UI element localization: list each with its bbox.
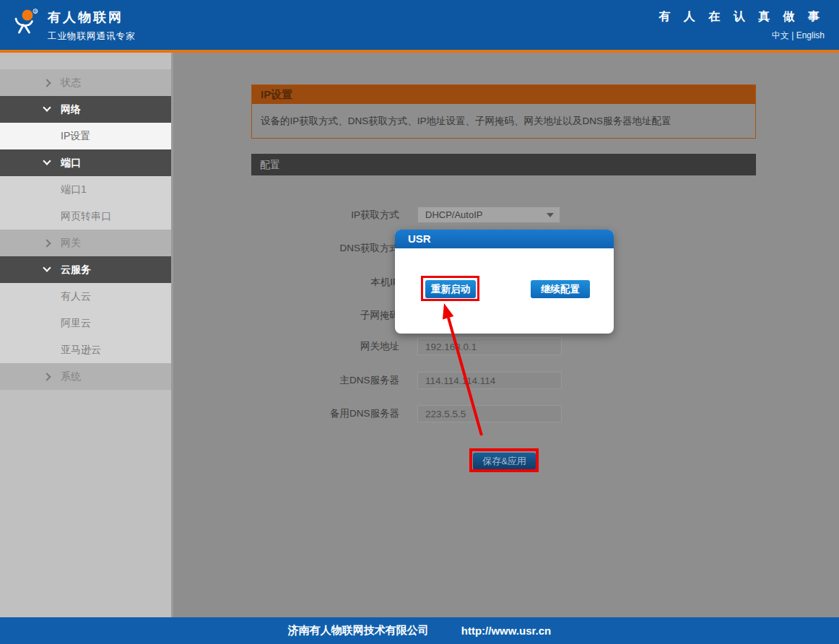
sidebar: 状态 网络 IP设置 端口 端口1 网页转串口 网关 云服务 有人云 阿里云 亚…	[0, 53, 173, 617]
ip-mode-select[interactable]: DHCP/AutoIP	[417, 206, 560, 223]
chevron-right-icon	[43, 79, 51, 87]
page-description: 设备的IP获取方式、DNS获取方式、IP地址设置、子网掩码、网关地址以及DNS服…	[252, 104, 755, 138]
brand: 有人物联网 工业物联网通讯专家	[48, 9, 136, 43]
sidebar-item-amazon-cloud[interactable]: 亚马逊云	[0, 336, 171, 363]
sidebar-item-web-to-serial[interactable]: 网页转串口	[0, 203, 171, 230]
local-ip-label: 本机IP	[255, 274, 399, 291]
sidebar-item-label: 阿里云	[61, 310, 91, 336]
footer: 济南有人物联网技术有限公司 http://www.usr.cn	[0, 617, 839, 644]
sidebar-item-label: 端口	[61, 149, 81, 176]
sidebar-item-usr-cloud[interactable]: 有人云	[0, 283, 171, 310]
brand-title: 有人物联网	[48, 9, 136, 26]
secondary-dns-label: 备用DNS服务器	[255, 405, 399, 422]
header-accent-bar	[0, 50, 839, 53]
sidebar-item-port[interactable]: 端口	[0, 149, 171, 176]
sidebar-item-label: 网络	[61, 96, 81, 123]
netmask-label: 子网掩码	[255, 307, 399, 324]
sidebar-item-label: 有人云	[61, 283, 91, 310]
sidebar-item-label: 状态	[61, 69, 81, 96]
config-section-header: 配置	[251, 154, 756, 175]
ip-mode-value: DHCP/AutoIP	[425, 209, 482, 220]
ip-settings-panel: IP设置 设备的IP获取方式、DNS获取方式、IP地址设置、子网掩码、网关地址以…	[251, 84, 756, 139]
dns-mode-label: DNS获取方式	[255, 240, 399, 257]
footer-company: 济南有人物联网技术有限公司	[288, 624, 429, 638]
sidebar-item-ip-settings[interactable]: IP设置	[0, 123, 171, 149]
annotation-arrow-icon	[433, 296, 498, 440]
chevron-right-icon	[43, 373, 51, 380]
page-title: IP设置	[252, 85, 755, 104]
language-switch[interactable]: 中文 | English	[658, 30, 825, 42]
sidebar-item-label: IP设置	[61, 123, 90, 149]
chevron-down-icon	[43, 103, 51, 111]
header: R 有人物联网 工业物联网通讯专家 有 人 在 认 真 做 事 中文 | Eng…	[0, 0, 839, 50]
chevron-right-icon	[43, 239, 51, 247]
dialog-title: USR	[395, 230, 614, 248]
usr-logo-icon: R	[9, 7, 43, 42]
annotation-box-save	[469, 448, 539, 472]
header-slogan: 有 人 在 认 真 做 事	[658, 9, 825, 25]
svg-text:R: R	[34, 9, 37, 14]
gateway-label: 网关地址	[255, 338, 399, 355]
sidebar-item-network[interactable]: 网络	[0, 96, 171, 123]
select-caret-icon	[547, 213, 554, 217]
page: R 有人物联网 工业物联网通讯专家 有 人 在 认 真 做 事 中文 | Eng…	[0, 0, 839, 644]
sidebar-item-status[interactable]: 状态	[0, 69, 171, 96]
sidebar-item-label: 网页转串口	[61, 203, 111, 230]
sidebar-item-gateway[interactable]: 网关	[0, 230, 171, 256]
chevron-down-icon	[43, 264, 51, 271]
continue-config-button[interactable]: 继续配置	[531, 280, 590, 298]
sidebar-item-label: 端口1	[61, 176, 87, 203]
sidebar-item-port1[interactable]: 端口1	[0, 176, 171, 203]
sidebar-item-label: 云服务	[61, 256, 91, 283]
sidebar-item-system[interactable]: 系统	[0, 363, 171, 390]
primary-dns-label: 主DNS服务器	[255, 372, 399, 389]
footer-url-link[interactable]: http://www.usr.cn	[461, 625, 551, 637]
chevron-down-icon	[43, 157, 51, 165]
registered-mark-icon: R	[33, 9, 38, 14]
sidebar-item-label: 网关	[61, 230, 81, 256]
sidebar-item-ali-cloud[interactable]: 阿里云	[0, 310, 171, 336]
sidebar-item-label: 亚马逊云	[61, 336, 101, 363]
brand-subtitle: 工业物联网通讯专家	[48, 30, 136, 43]
sidebar-item-label: 系统	[61, 363, 81, 390]
ip-mode-label: IP获取方式	[255, 206, 399, 224]
sidebar-item-cloud-service[interactable]: 云服务	[0, 256, 171, 283]
